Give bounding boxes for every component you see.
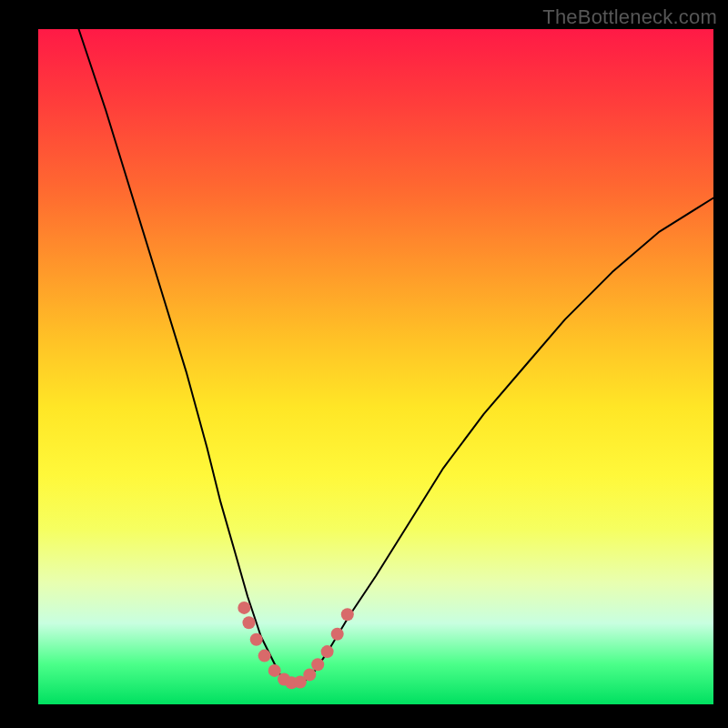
curve-marker <box>268 664 281 677</box>
curve-marker <box>250 633 263 646</box>
curve-marker <box>238 602 250 614</box>
curve-marker <box>303 668 316 681</box>
curve-marker <box>321 645 334 658</box>
chart-frame: TheBottleneck.com <box>0 0 728 728</box>
watermark-text: TheBottleneck.com <box>542 5 717 29</box>
curve-marker <box>258 650 271 662</box>
curve-marker <box>311 658 324 671</box>
curve-marker <box>341 608 354 621</box>
curve-markers <box>238 602 354 689</box>
curve-marker <box>331 628 344 641</box>
curve-layer <box>38 29 713 704</box>
bottleneck-curve <box>79 29 714 684</box>
curve-marker <box>243 616 256 629</box>
plot-area <box>38 29 713 704</box>
